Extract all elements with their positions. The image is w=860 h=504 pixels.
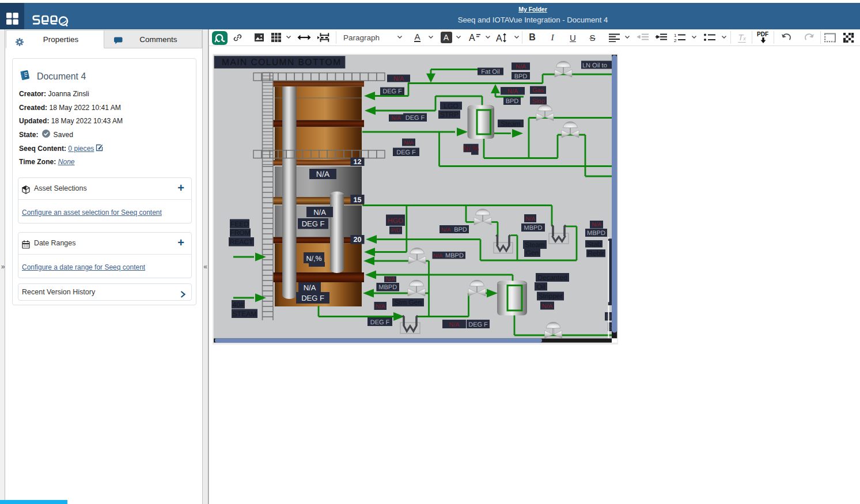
svg-text:Fat Oil: Fat Oil bbox=[481, 69, 499, 75]
svg-text:N/A: N/A bbox=[313, 208, 326, 217]
svg-text:BPD: BPD bbox=[514, 73, 528, 80]
svg-text:N/A: N/A bbox=[385, 276, 395, 283]
svg-text:N/A: N/A bbox=[433, 253, 443, 259]
svg-text:HGO: HGO bbox=[388, 217, 403, 225]
svg-text:N/A: N/A bbox=[304, 283, 316, 292]
svg-text:N/,%: N/,% bbox=[306, 255, 321, 263]
svg-text:MAIN COLUMN BOTTOM: MAIN COLUMN BOTTOM bbox=[222, 58, 342, 67]
svg-text:Steam: Steam bbox=[501, 120, 521, 128]
svg-text:Stab: Stab bbox=[587, 240, 601, 248]
svg-text:Steam: Steam bbox=[525, 241, 545, 249]
svg-text:BPD: BPD bbox=[454, 226, 467, 233]
svg-text:DEG F: DEG F bbox=[370, 319, 390, 326]
svg-text:MBPD: MBPD bbox=[524, 225, 543, 232]
svg-text:FROM: FROM bbox=[230, 229, 250, 237]
svg-text:DEG F: DEG F bbox=[406, 115, 425, 122]
svg-text:N/A: N/A bbox=[393, 75, 404, 82]
svg-text:40#: 40# bbox=[232, 301, 244, 309]
svg-text:Reblr: Reblr bbox=[588, 249, 604, 257]
svg-text:N/A: N/A bbox=[316, 169, 330, 179]
svg-text:STEAM: STEAM bbox=[233, 310, 256, 318]
svg-text:Oil: Oil bbox=[537, 283, 545, 291]
svg-text:N/,%: N/,% bbox=[463, 145, 479, 153]
svg-text:N/A: N/A bbox=[376, 304, 385, 310]
svg-text:LN Oil to: LN Oil to bbox=[582, 62, 607, 69]
svg-text:DEG F: DEG F bbox=[396, 149, 416, 156]
svg-text:DEG F: DEG F bbox=[301, 294, 324, 302]
svg-text:Stm Gen: Stm Gen bbox=[395, 298, 422, 306]
svg-text:DEG F: DEG F bbox=[382, 88, 402, 95]
svg-text:MBPD: MBPD bbox=[587, 230, 605, 237]
svg-text:N/A: N/A bbox=[449, 321, 460, 328]
svg-text:Slop: Slop bbox=[532, 98, 544, 105]
svg-text:N/A: N/A bbox=[516, 63, 526, 70]
svg-text:N/A: N/A bbox=[391, 115, 401, 122]
svg-text:DEG F: DEG F bbox=[468, 321, 488, 328]
svg-text:N/A: N/A bbox=[441, 227, 451, 233]
svg-text:N/A: N/A bbox=[542, 303, 553, 310]
svg-text:P/D: P/D bbox=[391, 228, 401, 234]
svg-text:REACT: REACT bbox=[230, 238, 253, 246]
svg-text:BPD: BPD bbox=[506, 98, 519, 105]
svg-text:FEED: FEED bbox=[230, 220, 249, 228]
svg-text:N/A: N/A bbox=[507, 88, 518, 95]
svg-text:N/A: N/A bbox=[592, 222, 601, 228]
svg-text:DEG F: DEG F bbox=[302, 219, 325, 228]
svg-text:MBPD: MBPD bbox=[378, 284, 397, 291]
svg-text:N/A: N/A bbox=[525, 216, 535, 222]
svg-text:Decanted: Decanted bbox=[537, 274, 567, 282]
svg-text:20: 20 bbox=[354, 236, 362, 244]
svg-text:N/A: N/A bbox=[404, 140, 414, 146]
svg-text:LGO: LGO bbox=[444, 102, 458, 110]
svg-text:MBPD: MBPD bbox=[445, 252, 464, 259]
svg-text:Gen: Gen bbox=[526, 249, 539, 257]
svg-text:STRP: STRP bbox=[440, 111, 459, 119]
svg-text:Gas: Gas bbox=[532, 87, 544, 94]
svg-text:Stripper: Stripper bbox=[538, 292, 562, 300]
svg-text:12: 12 bbox=[354, 158, 362, 166]
svg-text:15: 15 bbox=[354, 196, 362, 204]
